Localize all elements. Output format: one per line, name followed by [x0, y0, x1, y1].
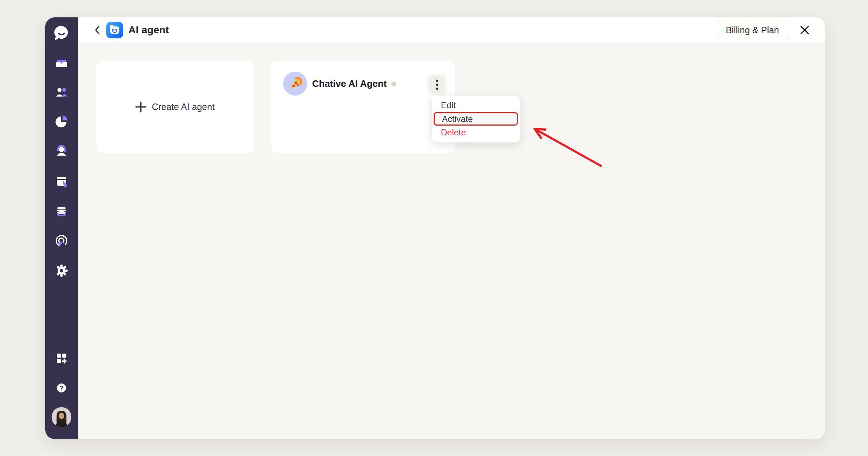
close-icon [800, 25, 810, 35]
sidebar-item-automation[interactable] [54, 233, 69, 249]
chevron-left-icon [95, 26, 100, 34]
agent-context-menu: Edit Activate Delete [431, 95, 520, 143]
apps-grid-icon [54, 350, 69, 366]
sidebar: ? [45, 17, 78, 439]
help-icon: ? [54, 380, 69, 396]
app-root: { "header": { "title": "AI agent", "bill… [0, 0, 868, 456]
sidebar-item-data[interactable] [54, 203, 69, 219]
database-icon [54, 203, 69, 219]
sidebar-item-inbox[interactable] [54, 55, 69, 71]
agent-more-button[interactable] [430, 76, 445, 93]
back-button[interactable] [93, 25, 101, 35]
kebab-dot [436, 88, 438, 90]
profile-avatar [52, 407, 72, 427]
sidebar-item-help[interactable]: ? [54, 380, 69, 396]
agent-avatar [283, 72, 307, 96]
kebab-dot [436, 80, 438, 82]
agent-card-header: Chative AI Agent [271, 61, 455, 96]
create-ai-agent-card[interactable]: Create AI agent [96, 61, 254, 153]
sidebar-item-campaigns[interactable] [54, 174, 69, 190]
header-actions: Billing & Plan [716, 21, 810, 39]
inbox-icon [54, 55, 69, 71]
app-window: ? [45, 17, 825, 439]
sidebar-item-live-agent[interactable] [54, 142, 69, 158]
campaign-cursor-icon [54, 174, 69, 190]
menu-item-activate[interactable]: Activate [434, 112, 518, 126]
pizza-emoji-icon [287, 76, 303, 92]
create-ai-agent-label: Create AI agent [152, 102, 215, 112]
sidebar-item-settings[interactable] [54, 263, 69, 279]
page-header: AI agent Billing & Plan [78, 17, 825, 43]
pie-chart-icon [54, 113, 69, 129]
headset-agent-icon [54, 142, 69, 158]
close-button[interactable] [799, 24, 810, 36]
gear-icon [54, 263, 69, 279]
sidebar-item-reports[interactable] [54, 113, 69, 129]
svg-text:?: ? [60, 385, 64, 392]
menu-item-delete[interactable]: Delete [432, 126, 520, 139]
automation-target-icon [54, 233, 69, 249]
agent-card[interactable]: Chative AI Agent [271, 61, 455, 153]
chat-logo-icon [52, 24, 71, 42]
agent-status-dot [391, 81, 396, 86]
sidebar-item-apps[interactable] [54, 350, 69, 366]
billing-plan-button[interactable]: Billing & Plan [716, 21, 789, 39]
kebab-dot [436, 84, 438, 86]
sidebar-item-profile[interactable] [52, 407, 72, 427]
ai-agent-app-icon [106, 22, 123, 38]
plus-icon [135, 101, 146, 113]
sidebar-item-contacts[interactable] [54, 84, 69, 100]
main-area: AI agent Billing & Plan Create AI agent [78, 17, 825, 439]
menu-item-edit[interactable]: Edit [432, 98, 520, 112]
sidebar-item-home[interactable] [52, 24, 71, 42]
content-canvas: Create AI agent Chati [78, 43, 825, 439]
contacts-icon [54, 84, 69, 100]
page-title: AI agent [128, 24, 169, 36]
agent-name: Chative AI Agent [312, 78, 387, 89]
